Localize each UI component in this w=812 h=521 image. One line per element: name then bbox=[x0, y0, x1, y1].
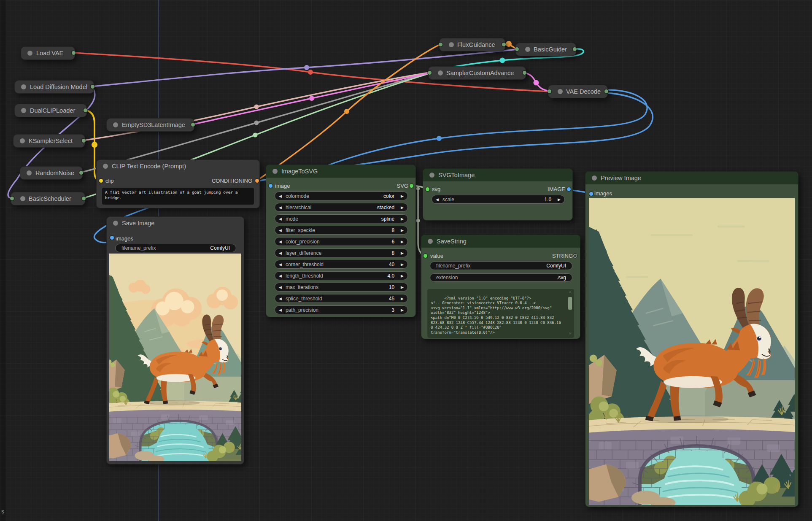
increment-arrow-icon[interactable]: ▶ bbox=[397, 262, 407, 267]
widget-path-precision[interactable]: ◀ path_precision 3 ▶ bbox=[275, 305, 408, 314]
prompt-textarea[interactable]: A flat vector art illustration of a goat… bbox=[102, 188, 254, 205]
images-input-dot[interactable] bbox=[589, 192, 593, 196]
collapse-dot[interactable] bbox=[20, 196, 25, 201]
filename-prefix-field[interactable]: filename_prefix ComfyUI bbox=[430, 262, 572, 270]
increment-arrow-icon[interactable]: ▶ bbox=[397, 240, 407, 244]
node-empty-sd3-latent-image[interactable]: EmptySD3LatentImage bbox=[106, 118, 194, 132]
scrollbar[interactable]: ˄ ˅ bbox=[567, 290, 573, 337]
node-basic-scheduler[interactable]: BasicScheduler bbox=[11, 192, 85, 205]
node-random-noise[interactable]: RandomNoise bbox=[20, 166, 83, 180]
widget-scale[interactable]: ◀ scale 1.0 ▶ bbox=[432, 195, 565, 204]
decrement-arrow-icon[interactable]: ◀ bbox=[275, 217, 286, 221]
node-load-diffusion-model[interactable]: Load Diffusion Model bbox=[14, 80, 94, 94]
string-output-dot[interactable] bbox=[573, 254, 577, 258]
decrement-arrow-icon[interactable]: ◀ bbox=[275, 308, 286, 312]
collapse-dot[interactable] bbox=[428, 239, 433, 244]
images-input-dot[interactable] bbox=[110, 236, 114, 240]
node-header[interactable]: ImageToSVG bbox=[266, 165, 415, 178]
model-input-dot[interactable] bbox=[10, 197, 14, 200]
scroll-up-icon[interactable]: ˄ bbox=[567, 290, 573, 295]
increment-arrow-icon[interactable]: ▶ bbox=[554, 197, 564, 202]
increment-arrow-icon[interactable]: ▶ bbox=[397, 217, 407, 221]
image-output-dot[interactable] bbox=[567, 187, 571, 191]
increment-arrow-icon[interactable]: ▶ bbox=[397, 205, 407, 210]
node-save-image[interactable]: Save Image images filename_prefix ComfyU… bbox=[106, 216, 244, 464]
node-load-vae[interactable]: Load VAE bbox=[21, 46, 75, 60]
value-input-dot[interactable] bbox=[424, 254, 427, 258]
collapse-dot[interactable] bbox=[103, 164, 108, 169]
widget-max-iterations[interactable]: ◀ max_iterations 10 ▶ bbox=[275, 283, 408, 292]
increment-arrow-icon[interactable]: ▶ bbox=[397, 194, 407, 198]
filename-prefix-field[interactable]: filename_prefix ComfyUI bbox=[115, 244, 236, 252]
widget-splice-threshold[interactable]: ◀ splice_threshold 45 ▶ bbox=[275, 294, 408, 303]
increment-arrow-icon[interactable]: ▶ bbox=[397, 251, 407, 255]
node-vae-decode[interactable]: VAE Decode bbox=[548, 85, 608, 98]
scroll-down-icon[interactable]: ˅ bbox=[567, 332, 573, 337]
widget-length-threshold[interactable]: ◀ length_threshold 4.0 ▶ bbox=[275, 271, 408, 280]
collapse-dot[interactable] bbox=[20, 138, 25, 143]
increment-arrow-icon[interactable]: ▶ bbox=[397, 274, 407, 278]
node-header[interactable]: Preview Image bbox=[585, 172, 798, 184]
widget-mode[interactable]: ◀ mode spline ▶ bbox=[275, 214, 408, 223]
decrement-arrow-icon[interactable]: ◀ bbox=[275, 205, 286, 210]
collapse-dot[interactable] bbox=[27, 170, 32, 175]
decrement-arrow-icon[interactable]: ◀ bbox=[432, 197, 442, 202]
node-ksampler-select[interactable]: KSamplerSelect bbox=[13, 134, 85, 148]
vae-output-dot[interactable] bbox=[72, 51, 76, 55]
increment-arrow-icon[interactable]: ▶ bbox=[397, 228, 407, 232]
node-header[interactable]: CLIP Text Encode (Prompt) bbox=[97, 160, 259, 173]
decrement-arrow-icon[interactable]: ◀ bbox=[275, 262, 286, 267]
decrement-arrow-icon[interactable]: ◀ bbox=[275, 228, 286, 232]
sigmas-output-dot[interactable] bbox=[82, 197, 86, 200]
sampler-inputs-dot[interactable] bbox=[428, 71, 432, 75]
node-flux-guidance[interactable]: FluxGuidance bbox=[439, 38, 505, 51]
extension-field[interactable]: extension .svg bbox=[430, 273, 572, 282]
conditioning-output-dot[interactable] bbox=[255, 179, 259, 183]
node-header[interactable]: SVGToImage bbox=[423, 169, 572, 181]
widget-filter-speckle[interactable]: ◀ filter_speckle 8 ▶ bbox=[275, 226, 408, 235]
conditioning-output-dot[interactable] bbox=[502, 43, 506, 46]
guider-output-dot[interactable] bbox=[573, 47, 577, 51]
widget-layer-difference[interactable]: ◀ layer_difference 8 ▶ bbox=[275, 248, 408, 257]
node-image-to-svg[interactable]: ImageToSVG image SVG ◀ colormode color ▶… bbox=[266, 165, 416, 317]
clip-input-dot[interactable] bbox=[99, 179, 103, 183]
widget-color-precision[interactable]: ◀ color_precision 6 ▶ bbox=[275, 237, 408, 246]
node-header[interactable]: Save Image bbox=[107, 217, 244, 229]
svg-output-dot[interactable] bbox=[410, 184, 413, 188]
clip-output-dot[interactable] bbox=[84, 108, 87, 112]
increment-arrow-icon[interactable]: ▶ bbox=[397, 297, 407, 301]
node-preview-image[interactable]: Preview Image images bbox=[585, 171, 799, 507]
node-basic-guider[interactable]: BasicGuider bbox=[515, 43, 576, 56]
node-header[interactable]: SaveString bbox=[421, 235, 580, 248]
increment-arrow-icon[interactable]: ▶ bbox=[397, 285, 407, 289]
collapse-dot[interactable] bbox=[27, 51, 32, 56]
collapse-dot[interactable] bbox=[429, 173, 434, 178]
node-sampler-custom-advance[interactable]: SamplerCustomAdvance bbox=[428, 66, 526, 80]
collapse-dot[interactable] bbox=[113, 221, 118, 226]
decrement-arrow-icon[interactable]: ◀ bbox=[275, 297, 286, 301]
svg-input-dot[interactable] bbox=[426, 187, 429, 191]
noise-output-dot[interactable] bbox=[79, 171, 83, 175]
latent-output-dot[interactable] bbox=[191, 123, 195, 127]
collapse-dot[interactable] bbox=[449, 42, 454, 47]
decrement-arrow-icon[interactable]: ◀ bbox=[275, 285, 286, 289]
widget-corner-threshold[interactable]: ◀ corner_threshold 40 ▶ bbox=[275, 260, 408, 269]
sampler-output-dot[interactable] bbox=[82, 139, 86, 143]
latent-output-dot[interactable] bbox=[523, 71, 526, 75]
image-output-dot[interactable] bbox=[604, 89, 608, 93]
collapse-dot[interactable] bbox=[21, 108, 26, 113]
decrement-arrow-icon[interactable]: ◀ bbox=[275, 251, 286, 255]
decrement-arrow-icon[interactable]: ◀ bbox=[275, 240, 286, 244]
decrement-arrow-icon[interactable]: ◀ bbox=[275, 274, 286, 278]
node-clip-text-encode[interactable]: CLIP Text Encode (Prompt) clip CONDITION… bbox=[96, 159, 260, 208]
scrollbar-thumb[interactable] bbox=[568, 297, 572, 310]
collapse-dot[interactable] bbox=[525, 47, 530, 52]
node-svg-to-image[interactable]: SVGToImage svg IMAGE ◀ scale 1.0 ▶ bbox=[423, 168, 573, 221]
collapse-dot[interactable] bbox=[438, 70, 443, 76]
collapse-dot[interactable] bbox=[21, 84, 26, 89]
widget-hierarchical[interactable]: ◀ hierarchical stacked ▶ bbox=[275, 203, 408, 212]
model-output-dot[interactable] bbox=[91, 85, 94, 89]
samples-input-dot[interactable] bbox=[548, 89, 551, 93]
collapse-dot[interactable] bbox=[113, 122, 118, 127]
node-graph-canvas[interactable]: s bbox=[0, 0, 812, 521]
